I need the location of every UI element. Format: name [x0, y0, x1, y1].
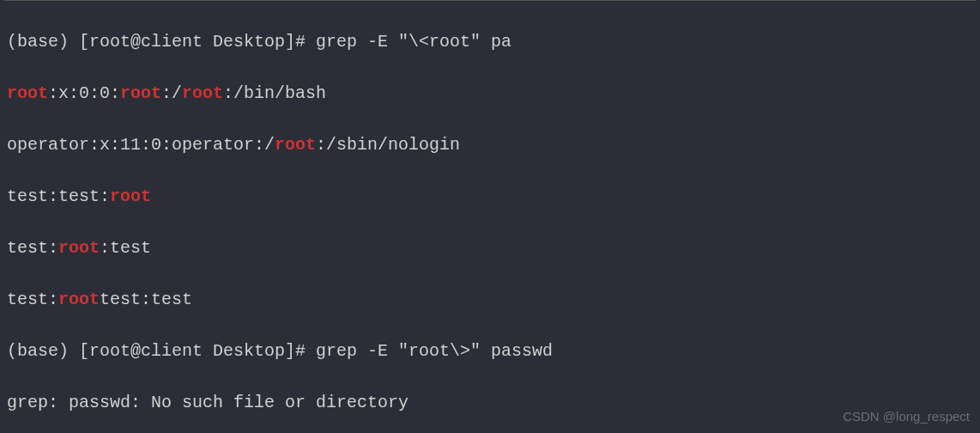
error-text: grep: passwd: No such file or directory — [7, 393, 408, 412]
shell-prompt: (base) [root@client Desktop]# — [7, 341, 316, 361]
output-text: operator:x:11:0:operator:/ — [7, 135, 275, 155]
grep-match: root — [120, 83, 161, 103]
output-text: :/sbin/nologin — [316, 135, 460, 155]
output-text: :x:0:0: — [48, 83, 120, 103]
output-line: test:root:test — [7, 235, 973, 261]
grep-match: root — [7, 83, 48, 103]
output-line: operator:x:11:0:operator:/root:/sbin/nol… — [7, 132, 973, 158]
output-text: test:test — [100, 290, 192, 309]
grep-match: root — [110, 186, 151, 206]
output-text: :/ — [161, 83, 182, 103]
output-line: test:roottest:test — [7, 287, 973, 313]
watermark-text: CSDN @long_respect — [843, 407, 970, 427]
output-line: root:x:0:0:root:/root:/bin/bash — [7, 81, 973, 107]
command-line: (base) [root@client Desktop]# grep -E "r… — [7, 338, 973, 364]
output-text: test: — [7, 290, 58, 309]
command-text: grep -E "\<root" pa — [316, 32, 511, 52]
command-text: grep -E "root\>" passwd — [316, 341, 553, 361]
output-line: test:test:root — [7, 184, 973, 210]
grep-match: root — [182, 83, 223, 103]
command-line: (base) [root@client Desktop]# grep -E "\… — [7, 29, 973, 55]
terminal-output[interactable]: (base) [root@client Desktop]# grep -E "\… — [7, 3, 973, 433]
grep-match: root — [58, 290, 100, 309]
output-text: test: — [7, 238, 58, 258]
top-border — [4, 0, 976, 1]
error-line: grep: passwd: No such file or directory — [7, 390, 973, 416]
output-text: :/bin/bash — [223, 83, 326, 103]
output-text: test:test: — [7, 186, 110, 206]
shell-prompt: (base) [root@client Desktop]# — [7, 32, 316, 52]
grep-match: root — [58, 238, 100, 258]
output-text: :test — [100, 238, 151, 258]
grep-match: root — [275, 135, 316, 155]
